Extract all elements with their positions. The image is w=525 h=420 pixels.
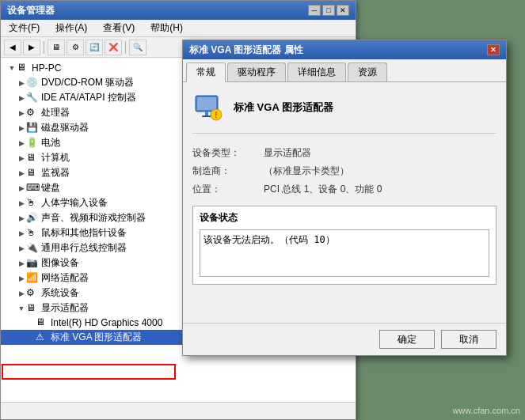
node-label: 显示适配器	[41, 301, 89, 315]
tab-resources[interactable]: 资源	[348, 62, 387, 81]
node-icon: 🖥	[36, 316, 48, 329]
tab-details[interactable]: 详细信息	[287, 62, 346, 81]
expand-icon-spacer2	[26, 333, 36, 342]
node-label: 系统设备	[41, 286, 79, 300]
expand-icon[interactable]: ▼	[17, 304, 26, 313]
node-label: 计算机	[41, 151, 70, 165]
toolbar-btn3[interactable]: 🔄	[86, 40, 103, 55]
properties-table: 设备类型： 显示适配器 制造商： （标准显示卡类型） 位置： PCI 总线 1、…	[192, 146, 496, 196]
node-label: 电池	[41, 136, 60, 149]
menu-file[interactable]: 文件(F)	[4, 20, 44, 36]
expand-icon[interactable]: ▶	[17, 244, 26, 253]
prop-value-mfr: （标准显示卡类型）	[264, 165, 349, 178]
expand-icon[interactable]: ▼	[7, 63, 17, 73]
menu-action[interactable]: 操作(A)	[51, 20, 92, 36]
status-title: 设备状态	[200, 211, 489, 225]
svg-rect-3	[202, 115, 211, 117]
node-label: DVD/CD-ROM 驱动器	[41, 76, 134, 89]
node-label: 图像设备	[41, 256, 79, 270]
info-row-location: 位置： PCI 总线 1、设备 0、功能 0	[192, 183, 496, 196]
node-icon: 💾	[26, 122, 39, 134]
prop-key-type: 设备类型：	[192, 146, 264, 160]
toolbar-btn5[interactable]: 🔍	[129, 40, 146, 55]
expand-icon[interactable]: ▶	[17, 153, 26, 163]
node-label: 磁盘驱动器	[41, 121, 89, 134]
node-icon: 🔋	[26, 137, 39, 149]
node-label-vga: 标准 VGA 图形适配器	[51, 331, 142, 344]
close-button[interactable]: ✕	[337, 5, 349, 16]
expand-icon[interactable]: ▶	[17, 168, 26, 178]
svg-rect-2	[205, 112, 208, 115]
statusbar	[1, 402, 356, 419]
expand-icon[interactable]: ▶	[17, 138, 26, 148]
node-icon: 🖥	[26, 302, 39, 315]
svg-text:!: !	[215, 111, 217, 119]
expand-icon[interactable]: ▶	[17, 78, 26, 88]
status-textarea	[200, 229, 489, 277]
toolbar-separator2	[125, 41, 126, 54]
status-section: 设备状态	[192, 206, 496, 285]
back-button[interactable]: ◀	[4, 40, 21, 55]
node-icon: 📷	[26, 257, 39, 270]
expand-icon[interactable]: ▶	[17, 259, 26, 268]
ok-button[interactable]: 确定	[379, 330, 435, 349]
node-icon: 🔌	[26, 242, 39, 255]
info-row-mfr: 制造商： （标准显示卡类型）	[192, 165, 496, 178]
expand-icon[interactable]: ▶	[17, 93, 26, 103]
node-icon: 📶	[26, 272, 39, 285]
toolbar-separator	[44, 41, 44, 54]
expand-icon[interactable]: ▶	[17, 123, 26, 133]
node-label: 声音、视频和游戏控制器	[41, 211, 146, 225]
node-label: Intel(R) HD Graphics 4000	[51, 317, 162, 328]
device-header: ! 标准 VGA 图形适配器	[192, 92, 496, 134]
menu-help[interactable]: 帮助(H)	[146, 20, 188, 36]
tabs-bar: 常规 驱动程序 详细信息 资源	[183, 59, 506, 82]
menu-view[interactable]: 查看(V)	[98, 20, 139, 36]
expand-icon[interactable]: ▶	[17, 108, 26, 118]
forward-button[interactable]: ▶	[23, 40, 40, 55]
expand-icon[interactable]: ▶	[17, 184, 26, 193]
dialog-close-button[interactable]: ✕	[487, 44, 500, 55]
cancel-button[interactable]: 取消	[441, 330, 496, 349]
window-titlebar: 设备管理器 ─ □ ✕	[1, 1, 356, 20]
expand-icon[interactable]: ▶	[17, 274, 26, 283]
info-row-type: 设备类型： 显示适配器	[192, 146, 496, 160]
prop-value-type: 显示适配器	[264, 146, 311, 160]
node-icon: 🔊	[26, 212, 39, 225]
prop-key-mfr: 制造商：	[192, 165, 264, 178]
node-icon: 🖥	[26, 167, 39, 180]
device-name: 标准 VGA 图形适配器	[234, 100, 333, 115]
node-icon: 🖱	[26, 227, 39, 240]
minimize-button[interactable]: ─	[308, 5, 321, 16]
watermark: www.cfan.com.cn	[452, 406, 520, 415]
prop-value-location: PCI 总线 1、设备 0、功能 0	[264, 183, 382, 196]
dialog-titlebar: 标准 VGA 图形适配器 属性 ✕	[183, 40, 506, 59]
window-title: 设备管理器	[7, 4, 55, 17]
expand-icon[interactable]: ▶	[17, 229, 26, 238]
toolbar-btn2[interactable]: ⚙	[67, 40, 84, 55]
node-icon: 💿	[26, 77, 39, 89]
node-label: 处理器	[41, 106, 70, 119]
dialog-content: ! 标准 VGA 图形适配器 设备类型： 显示适配器 制造商： （标准显示卡类型…	[183, 82, 506, 323]
node-label: IDE ATA/ATAPI 控制器	[41, 91, 136, 104]
node-icon: 🖥	[26, 152, 39, 165]
device-icon: !	[192, 92, 224, 123]
node-icon: 🔧	[26, 92, 39, 104]
maximize-button[interactable]: □	[322, 5, 335, 16]
expand-icon[interactable]: ▶	[17, 214, 26, 223]
tab-general[interactable]: 常规	[186, 62, 226, 82]
prop-key-location: 位置：	[192, 183, 264, 196]
expand-icon-spacer	[26, 318, 36, 327]
toolbar-btn4[interactable]: ❌	[105, 40, 122, 55]
expand-icon[interactable]: ▶	[17, 289, 26, 298]
properties-dialog: 标准 VGA 图形适配器 属性 ✕ 常规 驱动程序 详细信息 资源 !	[182, 40, 507, 356]
node-icon: 🖱	[26, 197, 39, 210]
toolbar-btn1[interactable]: 🖥	[48, 40, 65, 55]
node-label: 键盘	[41, 181, 60, 195]
dialog-title: 标准 VGA 图形适配器 属性	[189, 44, 303, 57]
node-icon: ⚙	[26, 107, 39, 119]
tab-driver[interactable]: 驱动程序	[227, 62, 286, 81]
node-label: HP-PC	[32, 62, 61, 74]
expand-icon[interactable]: ▶	[17, 199, 26, 208]
titlebar-buttons: ─ □ ✕	[308, 5, 349, 16]
